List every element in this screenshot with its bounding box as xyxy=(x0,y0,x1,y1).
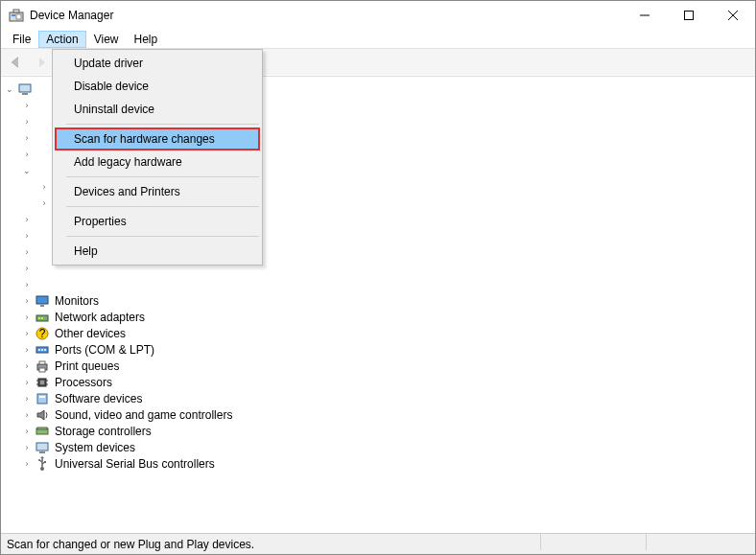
tree-expander-icon[interactable]: › xyxy=(20,327,34,340)
tree-expander-icon[interactable]: › xyxy=(20,343,34,357)
tree-expander-icon[interactable]: › xyxy=(20,213,34,226)
svg-point-19 xyxy=(41,349,43,351)
tree-expander-icon[interactable]: › xyxy=(20,115,34,128)
menu-separator xyxy=(66,206,259,207)
menu-separator xyxy=(66,236,259,237)
monitor-icon xyxy=(35,293,50,309)
tree-label: System devices xyxy=(53,441,137,454)
tree-expander-icon[interactable]: › xyxy=(20,148,34,161)
tree-expander-icon[interactable]: › xyxy=(20,131,34,145)
tree-label: Processors xyxy=(53,376,114,389)
svg-point-14 xyxy=(41,317,43,319)
tree-label: Print queues xyxy=(53,359,121,373)
maximize-button[interactable] xyxy=(667,1,711,30)
svg-rect-22 xyxy=(39,361,45,364)
svg-rect-2 xyxy=(16,14,21,19)
svg-rect-9 xyxy=(22,93,28,95)
network-icon xyxy=(35,310,50,325)
tree-item-other[interactable]: ›?Other devices xyxy=(3,325,753,341)
menu-properties[interactable]: Properties xyxy=(55,210,260,233)
menu-action[interactable]: Action xyxy=(38,31,85,48)
action-menu-dropdown: Update driver Disable device Uninstall d… xyxy=(52,49,263,266)
svg-rect-25 xyxy=(40,381,44,384)
computer-icon xyxy=(17,81,33,97)
tree-expander-icon[interactable]: › xyxy=(20,311,34,324)
svg-point-13 xyxy=(38,317,40,319)
close-button[interactable] xyxy=(711,1,755,30)
unknown-device-icon: ? xyxy=(35,326,50,341)
tree-expander-icon[interactable]: › xyxy=(20,457,34,471)
tree-item-ports[interactable]: ›Ports (COM & LPT) xyxy=(3,341,753,358)
window-controls xyxy=(623,1,755,30)
svg-rect-39 xyxy=(44,461,46,463)
system-device-icon xyxy=(35,440,50,455)
minimize-button[interactable] xyxy=(623,1,667,30)
tree-item-network[interactable]: ›Network adapters xyxy=(3,309,753,325)
menu-devices-printers[interactable]: Devices and Printers xyxy=(55,180,260,203)
svg-rect-11 xyxy=(40,305,44,307)
svg-rect-8 xyxy=(19,84,31,92)
menubar: File Action View Help xyxy=(1,30,755,49)
port-icon xyxy=(35,342,50,358)
menu-help[interactable]: Help xyxy=(55,240,260,263)
tree-item[interactable]: › xyxy=(3,276,753,292)
svg-rect-35 xyxy=(39,451,45,453)
status-text: Scan for changed or new Plug and Play de… xyxy=(7,538,254,551)
tree-expander-icon[interactable]: › xyxy=(20,294,34,308)
tree-expander-icon[interactable]: › xyxy=(20,425,34,438)
tree-item-storage[interactable]: ›Storage controllers xyxy=(3,423,753,439)
svg-point-18 xyxy=(38,349,40,351)
svg-rect-30 xyxy=(37,394,47,404)
tree-expander-icon[interactable]: › xyxy=(37,180,51,194)
tree-expander-icon[interactable]: › xyxy=(20,99,34,112)
menu-disable-device[interactable]: Disable device xyxy=(55,75,260,98)
tree-item-system[interactable]: ›System devices xyxy=(3,439,753,455)
forward-button[interactable] xyxy=(30,51,53,74)
tree-item-sound[interactable]: ›Sound, video and game controllers xyxy=(3,406,753,423)
tree-expander-icon[interactable]: › xyxy=(20,278,34,291)
storage-icon xyxy=(35,424,50,439)
svg-rect-31 xyxy=(39,396,45,398)
menu-file[interactable]: File xyxy=(5,31,38,48)
titlebar[interactable]: Device Manager xyxy=(1,1,755,30)
tree-expander-open[interactable]: ⌄ xyxy=(3,82,16,96)
svg-text:?: ? xyxy=(39,327,46,340)
software-device-icon xyxy=(35,391,50,406)
tree-expander-icon[interactable]: › xyxy=(37,197,51,210)
statusbar-segments xyxy=(540,533,751,550)
tree-expander-icon[interactable]: › xyxy=(20,245,34,259)
menu-separator xyxy=(66,176,259,177)
svg-rect-5 xyxy=(685,12,694,20)
tree-expander-icon[interactable]: › xyxy=(20,408,34,422)
menu-scan-hardware[interactable]: Scan for hardware changes xyxy=(55,127,260,150)
tree-item-printqueues[interactable]: ›Print queues xyxy=(3,358,753,374)
tree-label: Ports (COM & LPT) xyxy=(53,343,156,357)
tree-expander-icon[interactable]: › xyxy=(20,376,34,389)
tree-label: Monitors xyxy=(53,294,101,308)
sound-icon xyxy=(35,407,50,423)
tree-expander-icon[interactable]: › xyxy=(20,229,34,243)
tree-item-processors[interactable]: ›Processors xyxy=(3,374,753,390)
tree-item-monitors[interactable]: ›Monitors xyxy=(3,292,753,309)
menu-add-legacy[interactable]: Add legacy hardware xyxy=(55,150,260,173)
tree-expander-icon[interactable]: › xyxy=(20,441,34,454)
tree-expander-icon[interactable]: › xyxy=(20,359,34,373)
tree-expander-icon[interactable]: › xyxy=(20,392,34,405)
tree-label: Other devices xyxy=(53,327,128,340)
menu-uninstall-device[interactable]: Uninstall device xyxy=(55,98,260,121)
tree-item-usb[interactable]: ›Universal Serial Bus controllers xyxy=(3,455,753,472)
svg-rect-3 xyxy=(13,10,19,12)
tree-expander-icon[interactable]: › xyxy=(20,262,34,275)
tree-expander-open[interactable]: ⌄ xyxy=(20,164,34,177)
svg-rect-10 xyxy=(36,296,48,304)
menu-view[interactable]: View xyxy=(86,31,127,48)
printer-icon xyxy=(35,358,50,374)
tree-item-software[interactable]: ›Software devices xyxy=(3,390,753,406)
menu-update-driver[interactable]: Update driver xyxy=(55,52,260,75)
usb-icon xyxy=(35,456,50,472)
app-icon xyxy=(9,8,24,23)
svg-rect-1 xyxy=(12,14,15,16)
menu-help[interactable]: Help xyxy=(127,31,166,48)
back-button[interactable] xyxy=(5,51,28,74)
tree-label: Software devices xyxy=(53,392,144,405)
